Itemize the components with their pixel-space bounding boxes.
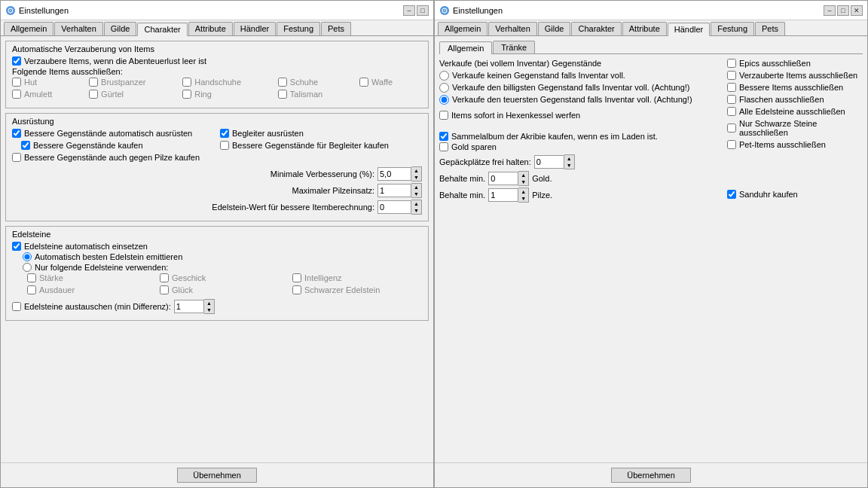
behalte-gold-input[interactable] <box>488 172 518 185</box>
edelstein-wert-spinner-row: Edelstein-Wert für bessere Itemberechnun… <box>12 200 422 215</box>
nur-folgende-row: Nur folgende Edelsteine verwenden: <box>23 263 422 272</box>
alle-edelsteine-checkbox[interactable] <box>727 107 736 116</box>
besten-radio[interactable] <box>23 252 32 261</box>
right-tab-charakter[interactable]: Charakter <box>571 22 621 35</box>
edelstein-wert-spinner: ▲ ▼ <box>377 200 422 215</box>
bessere-pilze-label: Bessere Gegenstände auch gegen Pilze kau… <box>24 153 200 162</box>
inner-tab-allgemein[interactable]: Allgemein <box>439 41 492 54</box>
inner-tab-traenke[interactable]: Tränke <box>493 41 535 53</box>
gem-glueck: Glück <box>160 285 289 294</box>
left-tab-verhalten[interactable]: Verhalten <box>54 22 102 35</box>
verzauberung-section: Automatische Verzauberung von Items Verz… <box>5 41 429 108</box>
svg-text:⚙: ⚙ <box>7 6 14 15</box>
left-tab-charakter[interactable]: Charakter <box>137 23 187 36</box>
behalte-gold-arrows: ▲ ▼ <box>518 171 529 186</box>
radio-keinen[interactable] <box>439 71 449 81</box>
maximaler-spinner: ▲ ▼ <box>377 183 422 198</box>
austauschen-down[interactable]: ▼ <box>204 307 214 313</box>
maximaler-input[interactable] <box>377 184 411 197</box>
verzauberte-row: Verzauberte Items ausschließen <box>727 71 863 80</box>
edelsteine-auto-row: Edelsteine automatisch einsetzen <box>12 242 422 251</box>
pet-items-row: Pet-Items ausschließen <box>727 140 863 149</box>
left-tab-festung[interactable]: Festung <box>277 22 320 35</box>
left-tab-gilde[interactable]: Gilde <box>104 22 137 35</box>
edelsteine-austauschen-checkbox[interactable] <box>12 302 21 311</box>
bessere-items-checkbox[interactable] <box>727 83 736 92</box>
right-tab-haendler[interactable]: Händler <box>668 23 711 36</box>
right-titlebar-left: ⚙ Einstellungen <box>439 5 503 16</box>
minimale-input[interactable] <box>377 167 411 181</box>
verzauberung-checkbox-row: Verzaubere Items, wenn die Abenteuerlust… <box>12 56 422 66</box>
radio-billigsten[interactable] <box>439 83 449 93</box>
sammelalbum-checkbox[interactable] <box>439 132 448 141</box>
gepaeck-up[interactable]: ▲ <box>564 155 574 162</box>
gem-staerke: Stärke <box>27 273 157 282</box>
bessere-kaufen-label: Bessere Gegenstände kaufen <box>33 141 143 150</box>
begleiter-label: Begleiter ausrüsten <box>232 129 304 138</box>
verzauberte-checkbox[interactable] <box>727 71 736 80</box>
behalte-pilze-arrows: ▲ ▼ <box>518 188 529 203</box>
behalte-gold-up[interactable]: ▲ <box>518 172 528 178</box>
left-apply-button[interactable]: Übernehmen <box>177 468 257 483</box>
austauschen-input[interactable] <box>174 300 204 313</box>
left-tab-allgemein[interactable]: Allgemein <box>4 22 53 35</box>
behalte-pilze-row: Behalte min. ▲ ▼ Pilze. <box>439 188 721 203</box>
verzauberung-checkbox[interactable] <box>12 56 21 66</box>
behalte-pilze-input[interactable] <box>488 188 518 202</box>
left-minimize-button[interactable]: – <box>403 5 415 16</box>
radio-teuersten[interactable] <box>439 95 449 105</box>
minimale-down[interactable]: ▼ <box>411 174 421 181</box>
epics-checkbox[interactable] <box>727 59 736 68</box>
right-apply-button[interactable]: Übernehmen <box>611 468 691 483</box>
item-brustpanzer: Brustpanzer <box>89 78 175 87</box>
right-minimize-button[interactable]: – <box>824 5 836 16</box>
right-tabs-row: Allgemein Verhalten Gilde Charakter Attr… <box>435 20 867 36</box>
sammelalbum-label: Sammelalbum der Akribie kaufen, wenn es … <box>451 132 658 141</box>
pet-items-checkbox[interactable] <box>727 140 736 149</box>
behalte-gold-spinner: ▲ ▼ <box>488 171 529 186</box>
right-tab-allgemein[interactable]: Allgemein <box>438 22 487 35</box>
bessere-begleiter-checkbox[interactable] <box>220 141 229 150</box>
gepaeck-input[interactable] <box>534 155 564 169</box>
bessere-begleiter-row: Bessere Gegenstände für Begleiter kaufen <box>220 141 422 150</box>
maximaler-up[interactable]: ▲ <box>411 184 421 191</box>
behalte-pilze-down[interactable]: ▼ <box>518 195 528 202</box>
maximaler-down[interactable]: ▼ <box>411 191 421 197</box>
begleiter-checkbox[interactable] <box>220 129 229 138</box>
schwarze-steine-checkbox[interactable] <box>727 124 736 133</box>
left-tab-pets[interactable]: Pets <box>321 22 351 35</box>
edelsteine-section: Edelsteine Edelsteine automatisch einset… <box>5 226 429 321</box>
left-maximize-button[interactable]: □ <box>417 5 429 16</box>
right-close-button[interactable]: ✕ <box>851 5 863 16</box>
behalte-gold-down[interactable]: ▼ <box>518 178 528 185</box>
flaschen-checkbox[interactable] <box>727 95 736 104</box>
edelsteine-auto-checkbox[interactable] <box>12 242 21 251</box>
right-tab-pets[interactable]: Pets <box>755 22 785 35</box>
right-tab-verhalten[interactable]: Verhalten <box>488 22 536 35</box>
sanduhr-checkbox[interactable] <box>727 190 736 199</box>
minimale-up[interactable]: ▲ <box>411 167 421 174</box>
hexenkessel-checkbox[interactable] <box>439 111 448 120</box>
right-tab-festung[interactable]: Festung <box>711 22 754 35</box>
left-tab-attribute[interactable]: Attribute <box>188 22 233 35</box>
item-guertel: Gürtel <box>89 90 175 99</box>
hexenkessel-label: Items sofort in Hexenkessel werfen <box>451 111 580 120</box>
gold-sparen-checkbox[interactable] <box>439 142 448 151</box>
bessere-auto-checkbox[interactable] <box>12 129 21 138</box>
nur-folgende-radio[interactable] <box>23 263 32 272</box>
austauschen-arrows: ▲ ▼ <box>204 299 215 314</box>
left-tab-haendler[interactable]: Händler <box>234 22 277 35</box>
gepaeck-down[interactable]: ▼ <box>564 162 574 169</box>
verkauf-section: Verkaufe (bei vollem Inventar) Gegenstän… <box>439 59 721 105</box>
edelstein-wert-input[interactable] <box>377 200 411 214</box>
edelstein-wert-up[interactable]: ▲ <box>411 200 421 207</box>
right-titlebar: ⚙ Einstellungen – □ ✕ <box>435 1 867 20</box>
austauschen-up[interactable]: ▲ <box>204 300 214 307</box>
bessere-pilze-checkbox[interactable] <box>12 153 21 162</box>
behalte-pilze-up[interactable]: ▲ <box>518 188 528 195</box>
right-tab-attribute[interactable]: Attribute <box>622 22 667 35</box>
right-tab-gilde[interactable]: Gilde <box>538 22 571 35</box>
edelstein-wert-down[interactable]: ▼ <box>411 207 421 214</box>
right-maximize-button[interactable]: □ <box>837 5 849 16</box>
bessere-kaufen-checkbox[interactable] <box>21 141 30 150</box>
